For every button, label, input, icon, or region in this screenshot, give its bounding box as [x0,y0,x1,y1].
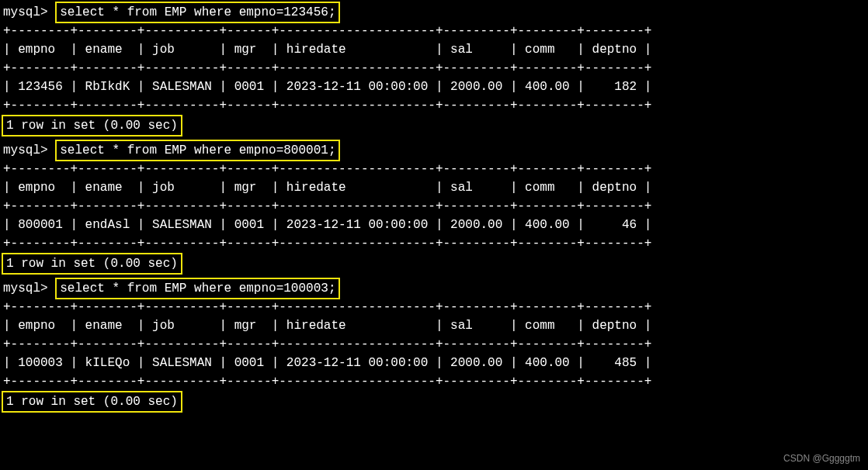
table-border: +--------+--------+----------+------+---… [0,59,868,78]
mysql-prompt: mysql> [3,5,48,19]
table-header: | empno | ename | job | mgr | hiredate |… [0,40,868,59]
sql-query-text: select * from EMP where empno=800001; [60,143,335,157]
table-border: +--------+--------+----------+------+---… [0,335,868,354]
table-border: +--------+--------+----------+------+---… [0,22,868,40]
table-border: +--------+--------+----------+------+---… [0,298,868,316]
sql-query-text: select * from EMP where empno=123456; [60,5,335,19]
table-border: +--------+--------+----------+------+---… [0,160,868,178]
status-line: 1 row in set (0.00 sec) [0,391,868,413]
table-border: +--------+--------+----------+------+---… [0,96,868,115]
table-header: | empno | ename | job | mgr | hiredate |… [0,316,868,335]
sql-prompt-line[interactable]: mysql> select * from EMP where empno=100… [0,279,868,298]
table-row: | 100003 | kILEQo | SALESMAN | 0001 | 20… [0,354,868,372]
table-border: +--------+--------+----------+------+---… [0,372,868,391]
status-line: 1 row in set (0.00 sec) [0,115,868,137]
table-header: | empno | ename | job | mgr | hiredate |… [0,178,868,197]
status-text: 1 row in set (0.00 sec) [6,395,178,409]
sql-query-highlight: select * from EMP where empno=800001; [55,140,340,161]
status-line: 1 row in set (0.00 sec) [0,253,868,275]
table-row: | 123456 | RbIkdK | SALESMAN | 0001 | 20… [0,78,868,96]
watermark-text: CSDN @Gggggtm [783,451,860,465]
table-border: +--------+--------+----------+------+---… [0,234,868,253]
status-text: 1 row in set (0.00 sec) [6,119,178,133]
status-highlight: 1 row in set (0.00 sec) [2,253,182,275]
table-row: | 800001 | endAsl | SALESMAN | 0001 | 20… [0,216,868,234]
status-highlight: 1 row in set (0.00 sec) [2,391,182,413]
sql-prompt-line[interactable]: mysql> select * from EMP where empno=123… [0,3,868,22]
status-text: 1 row in set (0.00 sec) [6,257,178,271]
table-border: +--------+--------+----------+------+---… [0,197,868,216]
sql-prompt-line[interactable]: mysql> select * from EMP where empno=800… [0,141,868,160]
sql-query-highlight: select * from EMP where empno=100003; [55,278,340,299]
sql-query-text: select * from EMP where empno=100003; [60,282,335,295]
mysql-prompt: mysql> [3,143,48,157]
status-highlight: 1 row in set (0.00 sec) [2,115,182,137]
mysql-prompt: mysql> [3,282,48,295]
sql-query-highlight: select * from EMP where empno=123456; [55,2,340,23]
